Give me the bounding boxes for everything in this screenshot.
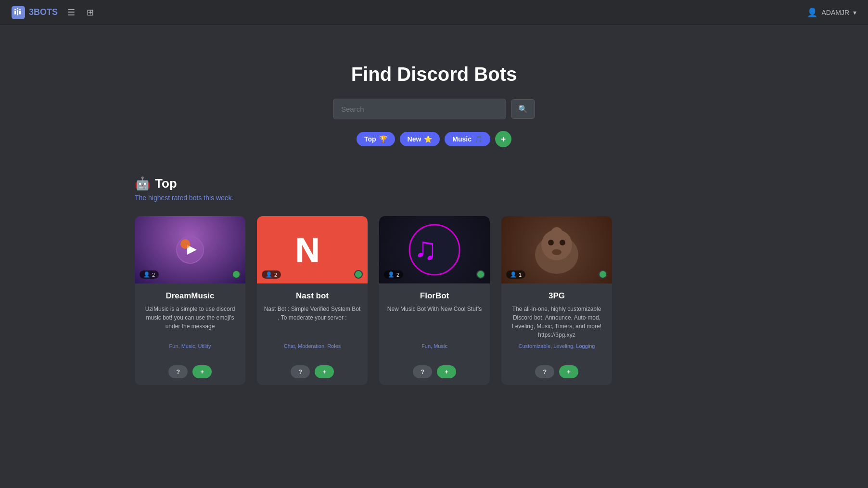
svg-point-4 [17, 8, 18, 9]
florbot-tags: Fun, Music [386, 343, 483, 349]
search-input[interactable] [333, 99, 506, 119]
card-image-3pg: 👤 1 [501, 216, 612, 283]
brand-name: 3BOTS [29, 7, 58, 17]
florbot-actions: ? + [379, 360, 490, 385]
music-icon: 🎵 [474, 135, 483, 143]
florbot-server-count: 2 [396, 272, 399, 278]
filter-music-label: Music [452, 135, 472, 143]
filter-music[interactable]: Music 🎵 [445, 132, 490, 146]
dreammusic-add-btn[interactable]: + [192, 365, 212, 378]
nastbot-desc: Nast Bot : Simple Verified System Bot , … [264, 305, 361, 339]
nastbot-tags: Chat, Moderation, Roles [264, 343, 361, 349]
filter-top-label: Top [364, 135, 376, 143]
dreammusic-server-count: 2 [152, 272, 155, 278]
navbar: 3BOTS ☰ ⊞ 👤 ADAMJR ▾ [0, 0, 868, 25]
search-button[interactable]: 🔍 [511, 99, 535, 119]
florbot-status [476, 270, 485, 279]
nastbot-add-btn[interactable]: + [315, 365, 334, 378]
filter-top[interactable]: Top 🏆 [357, 132, 395, 146]
card-server-count-florbot: 👤 2 [384, 270, 403, 279]
bot-card-nastbot: N 👤 2 Nast bot Nast Bot : Simple Verifie… [257, 216, 368, 385]
3pg-info-btn[interactable]: ? [535, 365, 554, 378]
svg-point-8 [180, 239, 190, 249]
section-title-row: 🤖 Top [135, 176, 733, 191]
add-icon: + [501, 134, 506, 144]
svg-text:N: N [295, 231, 320, 269]
svg-point-5 [19, 9, 21, 10]
florbot-name: FlorBot [386, 291, 483, 301]
bot-card-dreammusic: 👤 2 DreamMusic UziMusic is a simple to u… [135, 216, 245, 385]
3pg-server-count: 1 [519, 272, 522, 278]
svg-point-15 [560, 240, 565, 245]
svg-rect-0 [14, 11, 16, 14]
user-avatar-icon: 👤 [807, 7, 817, 18]
filter-add[interactable]: + [495, 131, 511, 147]
robot-icon: 🤖 [135, 176, 150, 191]
svg-point-14 [548, 240, 554, 245]
3pg-tags: Customizable, Leveling, Logging [508, 343, 605, 349]
florbot-desc: New Music Bot With New Cool Stuffs [386, 305, 483, 339]
filter-new[interactable]: New ⭐ [400, 132, 440, 146]
3pg-actions: ? + [501, 360, 612, 385]
logo[interactable]: 3BOTS [12, 6, 58, 19]
nastbot-card-body: Nast bot Nast Bot : Simple Verified Syst… [257, 283, 368, 360]
3pg-card-body: 3PG The all-in-one, highly customizable … [501, 283, 612, 360]
card-image-dreammusic: 👤 2 [135, 216, 245, 283]
nav-grid-icon[interactable]: ⊞ [85, 5, 96, 20]
filter-row: Top 🏆 New ⭐ Music 🎵 + [357, 131, 511, 147]
filter-new-label: New [408, 135, 421, 143]
nastbot-server-count: 2 [274, 272, 277, 278]
trophy-icon: 🏆 [379, 135, 387, 143]
card-image-florbot: ♫ 👤 2 [379, 216, 490, 283]
dreammusic-name: DreamMusic [141, 291, 239, 301]
3pg-desc: The all-in-one, highly customizable Disc… [508, 305, 605, 339]
card-server-count-nastbot: 👤 2 [262, 270, 281, 279]
nastbot-info-btn[interactable]: ? [291, 365, 310, 378]
card-server-count-dreammusic: 👤 2 [140, 270, 159, 279]
svg-text:♫: ♫ [414, 231, 437, 266]
svg-rect-2 [19, 11, 21, 14]
svg-point-16 [552, 249, 562, 255]
dreammusic-card-body: DreamMusic UziMusic is a simple to use d… [135, 283, 245, 360]
username: ADAMJR [821, 9, 849, 16]
florbot-add-btn[interactable]: + [437, 365, 456, 378]
nastbot-actions: ? + [257, 360, 368, 385]
3pg-status [599, 270, 607, 279]
dreammusic-tags: Fun, Music, Utility [141, 343, 239, 349]
svg-point-17 [551, 227, 562, 239]
nastbot-status [354, 270, 363, 279]
3pg-name: 3PG [508, 291, 605, 301]
dreammusic-info-btn[interactable]: ? [168, 365, 188, 378]
logo-icon [12, 6, 25, 19]
section-title: Top [155, 176, 177, 191]
bot-cards-grid: 👤 2 DreamMusic UziMusic is a simple to u… [135, 216, 733, 385]
svg-point-3 [14, 9, 16, 10]
card-image-nastbot: N 👤 2 [257, 216, 368, 283]
card-server-count-3pg: 👤 1 [506, 270, 525, 279]
florbot-card-body: FlorBot New Music Bot With New Cool Stuf… [379, 283, 490, 360]
nav-left: 3BOTS ☰ ⊞ [12, 5, 96, 20]
bot-card-3pg: 👤 1 3PG The all-in-one, highly customiza… [501, 216, 612, 385]
dropdown-icon: ▾ [853, 9, 856, 16]
star-icon: ⭐ [424, 135, 432, 143]
hero-section: Find Discord Bots 🔍 Top 🏆 New ⭐ Music 🎵 … [0, 25, 868, 167]
search-row: 🔍 [333, 99, 535, 119]
dreammusic-status [232, 270, 241, 279]
nav-user[interactable]: 👤 ADAMJR ▾ [807, 7, 856, 18]
section-subtitle: The highest rated bots this week. [135, 194, 733, 202]
dreammusic-desc: UziMusic is a simple to use discord musi… [141, 305, 239, 339]
svg-rect-1 [17, 10, 18, 15]
top-section: 🤖 Top The highest rated bots this week. … [0, 167, 868, 404]
3pg-add-btn[interactable]: + [559, 365, 578, 378]
nastbot-name: Nast bot [264, 291, 361, 301]
nav-list-icon[interactable]: ☰ [65, 5, 77, 20]
florbot-info-btn[interactable]: ? [413, 365, 432, 378]
hero-title: Find Discord Bots [351, 64, 517, 85]
bot-card-florbot: ♫ 👤 2 FlorBot New Music Bot With New Coo… [379, 216, 490, 385]
dreammusic-actions: ? + [135, 360, 245, 385]
